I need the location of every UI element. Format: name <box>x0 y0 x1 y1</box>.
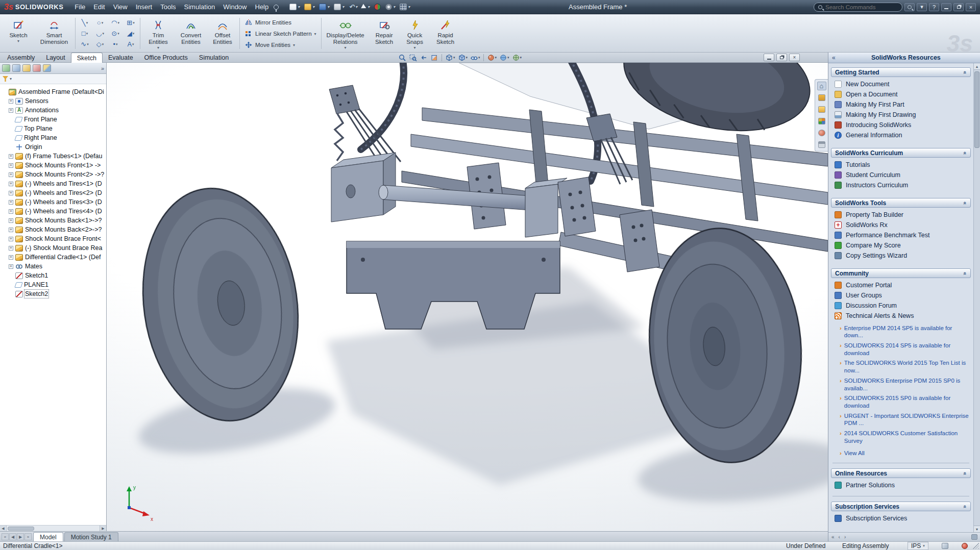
expand-icon[interactable]: + <box>9 163 13 168</box>
feature-manager-tab-icon[interactable] <box>2 64 10 72</box>
feature-tree-item[interactable]: + Annotations <box>0 106 106 115</box>
section-getting-started[interactable]: Getting Started « <box>831 67 971 77</box>
convert-entities-button[interactable]: Convert Entities <box>175 16 207 51</box>
collapse-pane-icon[interactable]: « <box>832 54 836 61</box>
hide-show-items-icon[interactable]: ▾ <box>470 54 481 62</box>
prev-tab-icon[interactable]: ◀ <box>9 533 16 540</box>
section-solidworks-tools[interactable]: SolidWorks Tools « <box>831 198 971 208</box>
feature-tree-item[interactable]: + (-) Wheels and Tires<2> (D <box>0 188 106 197</box>
expand-icon[interactable]: + <box>9 191 13 195</box>
next-tab-icon[interactable]: ▶ <box>17 533 24 540</box>
pane-page-first-icon[interactable]: « <box>831 534 835 540</box>
sketch-button[interactable]: Sketch ▾ <box>2 16 35 51</box>
menu-item[interactable]: Tools <box>156 3 180 11</box>
graphics-viewport[interactable]: y x ⌂ <box>107 63 828 531</box>
open-document-button[interactable]: ▾ <box>303 3 316 11</box>
sketch-entity-tool[interactable]: ◠▾ <box>108 17 123 28</box>
trim-entities-button[interactable]: Trim Entities ▾ <box>142 16 175 51</box>
offset-entities-button[interactable]: Offset Entities <box>207 16 238 51</box>
feature-tree-item[interactable]: + (-) Wheels and Tires<4> (D <box>0 207 106 216</box>
edit-appearance-icon[interactable]: ▾ <box>486 54 498 62</box>
feature-tree-item[interactable]: + Sketch1 <box>0 271 106 280</box>
section-subscription-services[interactable]: Subscription Services « <box>831 502 971 511</box>
taskpane-link[interactable]: Discussion Forum <box>828 301 973 311</box>
quick-tips-icon[interactable] <box>942 543 948 549</box>
taskpane-link[interactable]: Compare My Score <box>828 240 973 251</box>
news-link[interactable]: › SOLIDWORKS Enterprise PDM 2015 SP0 is … <box>828 376 973 393</box>
first-tab-icon[interactable]: « <box>2 533 9 540</box>
help-button[interactable]: ? <box>929 3 939 11</box>
pin-menu-icon[interactable] <box>274 5 279 10</box>
repair-sketch-button[interactable]: Repair Sketch <box>368 16 401 51</box>
file-explorer-tab[interactable] <box>817 105 826 114</box>
custom-properties-tab[interactable] <box>817 140 826 149</box>
taskpane-link[interactable]: Instructors Curriculum <box>828 180 973 190</box>
feature-tree-item[interactable]: + Shock Mounts Front<1> -> <box>0 161 106 170</box>
expand-icon[interactable]: + <box>9 255 13 260</box>
command-tab[interactable]: Simulation <box>193 53 234 63</box>
scroll-left-icon[interactable]: ◀ <box>0 526 7 532</box>
display-settings-button[interactable]: ▾ <box>398 3 411 11</box>
feature-tree-item[interactable]: + (f) Frame Tubes<1> (Defau <box>0 152 106 161</box>
doc-restore-button[interactable] <box>776 54 787 61</box>
expand-icon[interactable]: + <box>9 218 13 223</box>
feature-tree-item[interactable]: + Shock Mount Brace Front< <box>0 234 106 243</box>
command-tab[interactable]: Assembly <box>2 53 40 63</box>
taskpane-link[interactable]: Copy Settings Wizard <box>828 251 973 261</box>
taskpane-link[interactable]: Partner Solutions <box>828 480 973 490</box>
feature-tree-item[interactable]: + Shock Mounts Back<1>->? <box>0 216 106 225</box>
search-options-caret[interactable]: ▾ <box>917 3 927 11</box>
smart-dimension-button[interactable]: Smart Dimension <box>35 16 74 51</box>
taskpane-link[interactable]: Making My First Part <box>828 99 973 110</box>
last-tab-icon[interactable]: » <box>24 533 32 540</box>
expand-icon[interactable]: + <box>9 246 13 251</box>
news-link[interactable]: › SOLIDWORKS 2014 SP5 is available for d… <box>828 340 973 358</box>
taskpane-link[interactable]: General Information <box>828 130 973 140</box>
property-manager-tab-icon[interactable] <box>12 64 20 72</box>
search-commands-box[interactable] <box>814 3 902 12</box>
sketch-entity-tool[interactable]: ⊞▾ <box>123 17 138 28</box>
previous-view-icon[interactable] <box>419 54 428 62</box>
pane-footer-icon[interactable] <box>971 534 977 540</box>
sketch-entity-tool[interactable]: ∿▾ <box>77 39 92 49</box>
taskpane-link[interactable]: Student Curriculum <box>828 170 973 180</box>
sketch-entity-tool[interactable]: ⊙▾ <box>108 28 123 39</box>
pane-page-next-icon[interactable]: › <box>844 534 846 540</box>
dimxpert-manager-tab-icon[interactable] <box>33 64 41 72</box>
section-community[interactable]: Community « <box>831 268 971 278</box>
view-all-link[interactable]: › View All <box>828 446 973 458</box>
options-button[interactable]: ▾ <box>384 3 397 11</box>
menu-item[interactable]: File <box>70 3 89 11</box>
search-go-button[interactable] <box>904 3 915 11</box>
sketch-entity-tool[interactable]: ○▾ <box>92 17 108 28</box>
menu-item[interactable]: Help <box>251 3 273 11</box>
menu-item[interactable]: Simulation <box>180 3 219 11</box>
scroll-down-icon[interactable]: ▼ <box>974 526 980 532</box>
news-link[interactable]: › The SOLIDWORKS World 2015 Top Ten List… <box>828 358 973 376</box>
new-document-button[interactable]: ▾ <box>288 3 301 11</box>
sketch-entity-tool[interactable]: •▾ <box>108 39 123 49</box>
appearances-tab[interactable] <box>817 129 826 137</box>
linear-sketch-pattern-button[interactable]: Linear Sketch Pattern ▾ <box>241 28 320 39</box>
command-tab[interactable]: Office Products <box>139 53 193 63</box>
feature-tree-item[interactable]: + Right Plane <box>0 133 106 142</box>
news-link[interactable]: › URGENT - Important SOLIDWORKS Enterpri… <box>828 411 973 428</box>
solidworks-resources-tab[interactable]: ⌂ <box>817 82 826 90</box>
feature-tree-item[interactable]: + Mates <box>0 262 106 271</box>
news-link[interactable]: › Enterprise PDM 2014 SP5 is available f… <box>828 323 973 340</box>
section-solidworks-curriculum[interactable]: SolidWorks Curriculum « <box>831 148 971 158</box>
view-palette-tab[interactable] <box>817 117 826 126</box>
filter-funnel-icon[interactable] <box>3 76 8 82</box>
feature-tree-item[interactable]: + Assembled Frame (Default<Di <box>0 87 106 96</box>
restore-button[interactable] <box>953 3 964 11</box>
display-delete-relations-button[interactable]: Display/Delete Relations ▾ <box>323 16 368 51</box>
minimize-button[interactable] <box>941 3 951 11</box>
feature-tree-item[interactable]: + (-) Wheels and Tires<1> (D <box>0 179 106 188</box>
rebuild-button[interactable] <box>373 3 382 11</box>
taskpane-link[interactable]: New Document <box>828 79 973 89</box>
sketch-entity-tool[interactable]: ◢▾ <box>123 28 138 39</box>
expand-icon[interactable]: + <box>9 154 13 159</box>
sketch-entity-tool[interactable]: ◡▾ <box>92 28 108 39</box>
quick-snaps-button[interactable]: Quick Snaps ▾ <box>401 16 429 51</box>
feature-tree-item[interactable]: + Shock Mounts Front<2> ->? <box>0 170 106 179</box>
